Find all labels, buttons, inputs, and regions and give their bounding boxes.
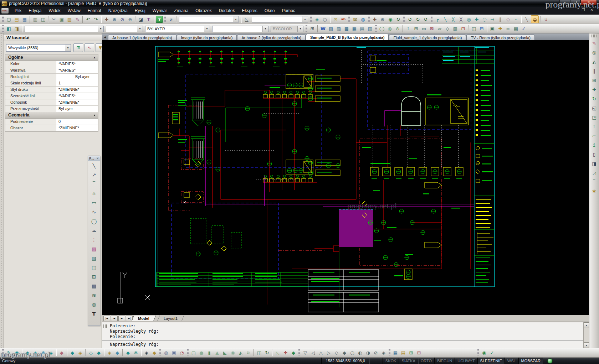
snap-tangent-icon[interactable]: ◌ <box>481 16 488 23</box>
color-combo[interactable] <box>106 26 143 32</box>
audit-icon[interactable]: ▦ <box>512 25 519 32</box>
donut-icon[interactable]: ◍ <box>88 300 100 309</box>
zoom-realtime-icon[interactable]: ⊕ <box>111 16 118 23</box>
prev-tab-button[interactable]: ◀ <box>111 316 118 321</box>
scroll-up-icon[interactable]: ▲ <box>584 322 589 328</box>
menu-item[interactable]: Widok <box>45 7 64 15</box>
rt-rotate-y-icon[interactable]: ↻ <box>414 16 421 23</box>
drawing-check-icon[interactable]: ✓ <box>488 349 496 356</box>
property-value[interactable]: *VARIES* <box>56 93 98 99</box>
command-scrollbar[interactable]: ▲ ▼ <box>583 322 589 348</box>
rectangle-icon[interactable]: ▭ <box>420 25 428 32</box>
layer-on-icon[interactable]: ◇ <box>87 349 94 356</box>
snap-quadrant-icon[interactable]: ✚ <box>473 16 480 23</box>
revision-cloud-icon[interactable]: ☁ <box>88 226 100 235</box>
view-nw-iso-icon[interactable]: ▦ <box>351 25 358 32</box>
fast-text-icon[interactable]: T <box>145 16 152 23</box>
render-icon[interactable]: ◍ <box>163 349 170 356</box>
region-icon[interactable]: ◫ <box>256 349 263 356</box>
polyline-icon[interactable]: ↗ <box>88 170 100 180</box>
property-value[interactable]: ———— ByLayer <box>56 74 98 80</box>
menu-item[interactable]: Obrazek <box>192 7 215 15</box>
layer-combo[interactable] <box>25 26 104 32</box>
ellipse-icon[interactable]: ⊙ <box>394 25 401 32</box>
surface-sphere-icon[interactable]: ○ <box>349 349 356 356</box>
rt-rotate-icon[interactable]: ↻ <box>395 16 402 23</box>
entity-snap-icon[interactable]: ◈ <box>313 16 321 23</box>
explode-icon[interactable]: ⊟ <box>478 25 485 32</box>
palette-close-icon[interactable]: ✕ <box>96 157 99 160</box>
snap-intersection-icon[interactable]: ╳ <box>450 16 457 23</box>
zoom-icon[interactable]: ⊕ <box>379 16 386 23</box>
print-preview-icon[interactable]: ◫ <box>40 16 47 23</box>
move-icon[interactable]: ✚ <box>589 85 599 94</box>
draw-order-icon[interactable]: ◪ <box>137 16 144 23</box>
boundary-icon[interactable]: ◫ <box>88 263 100 272</box>
status-toggle[interactable]: BIEGUN <box>434 358 455 364</box>
circle-icon[interactable]: ◯ <box>378 25 385 32</box>
3d-polyline-icon[interactable]: ≋ <box>88 291 100 300</box>
layer-states-icon[interactable]: ≡ <box>505 25 512 32</box>
surface-wedge-icon[interactable]: ▷ <box>325 349 332 356</box>
solid-torus-icon[interactable]: ◉ <box>229 349 236 356</box>
surface-dish-icon[interactable]: ◐ <box>357 349 364 356</box>
cut-icon[interactable]: ✂ <box>50 16 57 23</box>
mdi-window-controls[interactable]: – ❐ ✕ <box>574 8 595 12</box>
property-value[interactable]: 0 <box>56 119 98 125</box>
multiline-text-icon[interactable]: T <box>88 309 100 318</box>
etransmit-icon[interactable]: ✉ <box>352 16 359 23</box>
panel-grip[interactable] <box>0 33 4 348</box>
select-entities-button[interactable]: ⊞ <box>73 43 83 52</box>
document-tab[interactable]: Image (tylko do przeglądania) <box>177 35 237 40</box>
snap-insert-icon[interactable]: ◇ <box>505 16 512 23</box>
view-sw-iso-icon[interactable]: ▧ <box>327 25 334 32</box>
status-toggle[interactable]: WSL <box>505 358 518 364</box>
block-icon[interactable]: ⊡ <box>460 25 467 32</box>
view-se-iso-icon[interactable]: ▨ <box>335 25 342 32</box>
slice-icon[interactable]: ✚ <box>282 349 289 356</box>
print-icon[interactable]: ▥ <box>32 16 39 23</box>
menu-item[interactable]: Ekspres <box>238 7 261 15</box>
layer-delete-icon[interactable]: ❄ <box>132 349 139 356</box>
lengthen-icon[interactable]: ⊺ <box>589 122 599 131</box>
lineweight-combo[interactable] <box>212 26 268 32</box>
offset-icon[interactable]: ∥ <box>589 66 599 76</box>
close-button[interactable]: ✕ <box>580 0 597 5</box>
copy-icon[interactable]: ◎ <box>589 48 599 57</box>
restore-button[interactable]: ❐ <box>570 0 580 5</box>
property-value[interactable]: *ZMIENNE* <box>56 99 98 105</box>
scroll-down-icon[interactable]: ▼ <box>584 342 589 348</box>
menu-item[interactable]: Zmiana <box>170 7 192 15</box>
command-input[interactable]: Naprzeciwległy róg: <box>102 342 584 347</box>
linetype-icon[interactable]: ⌀ <box>168 16 175 23</box>
polar-tracking-icon[interactable]: ○ <box>321 16 328 23</box>
redo-icon[interactable]: ↷ <box>92 16 99 23</box>
solid-cylinder-icon[interactable]: ▮ <box>206 349 213 356</box>
layer-save-icon[interactable]: ◆ <box>151 349 158 356</box>
property-value[interactable]: ByLayer <box>56 106 98 112</box>
first-tab-button[interactable]: |◀ <box>103 316 110 321</box>
ucs-icon[interactable]: ⊺ <box>405 25 412 32</box>
section-geometry[interactable]: Geometria ▲ <box>5 112 98 119</box>
view-top-icon[interactable]: ▤ <box>359 25 366 32</box>
delete-icon[interactable]: ⊠ <box>428 25 435 32</box>
toolbar-grip[interactable] <box>592 35 597 37</box>
layer-off-icon[interactable]: ◈ <box>32 349 39 356</box>
array-icon[interactable]: ⊞ <box>589 76 599 85</box>
publish-web-icon[interactable]: ◍ <box>359 16 367 23</box>
hatch-icon[interactable]: ▨ <box>88 244 100 254</box>
layers-icon[interactable]: ◧ <box>5 25 12 32</box>
image-attach-icon[interactable]: ▦ <box>392 349 399 356</box>
line-icon[interactable]: ╲ <box>88 161 100 170</box>
quick-select-icon[interactable]: ⊡ <box>332 16 339 23</box>
view-ne-iso-icon[interactable]: ▩ <box>343 25 350 32</box>
layer-vpfreeze-icon[interactable]: ◆ <box>95 349 102 356</box>
solid-wedge-icon[interactable]: ◣ <box>221 349 229 356</box>
stretch-icon[interactable]: ◳ <box>589 113 599 122</box>
solid-cone-icon[interactable]: ▲ <box>214 349 221 356</box>
rectangle-icon[interactable]: ▭ <box>88 198 100 207</box>
snap-nearest-icon[interactable]: ╲ <box>442 16 449 23</box>
purge-icon[interactable]: ✚ <box>497 25 504 32</box>
circle-icon[interactable]: ◯ <box>88 217 100 226</box>
materials-icon[interactable]: ▣ <box>170 349 178 356</box>
